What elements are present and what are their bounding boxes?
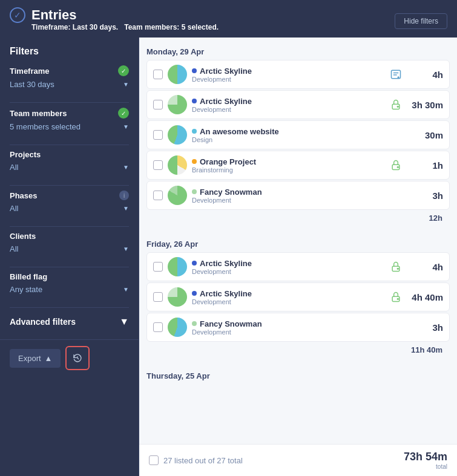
day-group: Monday, 29 Apr Arctic Skyline Developmen…: [139, 37, 457, 230]
lock-icon: [390, 261, 402, 273]
clients-value: All: [10, 244, 18, 253]
project-name: Fancy Snowman: [200, 319, 262, 328]
day-total: 12h: [146, 211, 450, 227]
clients-arrow-icon: ▼: [123, 246, 129, 252]
team-members-value: 5 members selected: [10, 122, 81, 131]
entry-icons: [390, 261, 402, 273]
project-name: An awesome website: [200, 127, 279, 136]
entry-info: Arctic Skyline Development: [192, 67, 385, 83]
entry-project: Fancy Snowman: [192, 319, 397, 328]
avatar: [168, 318, 187, 337]
advanced-filters-section[interactable]: Advanced filters ▼: [10, 313, 129, 331]
entry-icons: [390, 291, 402, 303]
entry-card: Arctic Skyline Development 4h 40m: [146, 282, 450, 311]
subtitle-members-label: Team members:: [124, 23, 179, 31]
entry-icons: [390, 99, 402, 111]
projects-value: All: [10, 163, 18, 172]
billed-flag-select[interactable]: Any state ▼: [10, 284, 129, 295]
project-dot: [192, 129, 197, 134]
entry-project: Fancy Snowman: [192, 187, 397, 197]
entry-card: Fancy Snowman Development 3h: [146, 181, 450, 210]
bottom-bar: 27 listed out of 27 total 73h 54m total: [139, 444, 457, 476]
entry-task: Development: [192, 268, 385, 275]
lock-icon: [390, 291, 402, 303]
entry-time: 3h: [407, 191, 443, 201]
project-dot: [192, 68, 197, 73]
svg-point-8: [397, 166, 399, 168]
team-members-label: Team members: [10, 109, 67, 118]
day-header: Monday, 29 Apr: [146, 44, 450, 60]
entry-checkbox[interactable]: [153, 70, 163, 79]
subtitle-timeframe-label: Timeframe:: [31, 23, 70, 31]
team-members-check-icon: ✓: [118, 108, 129, 119]
entries-icon: ✓: [10, 7, 25, 23]
avatar: [168, 287, 187, 307]
entry-checkbox[interactable]: [153, 100, 163, 109]
lock-icon: [390, 159, 402, 171]
phases-value: All: [10, 204, 18, 213]
entry-card: Orange Project Brainstorming 1h: [146, 151, 450, 180]
sidebar-footer: Export ▲: [0, 339, 139, 376]
filter-timeframe: Timeframe ✓ Last 30 days ▼: [10, 65, 129, 90]
entry-time: 30m: [407, 130, 443, 140]
day-group: Friday, 26 Apr Arctic Skyline Developmen…: [139, 230, 457, 362]
entry-card: Arctic Skyline Development 3h 30m: [146, 90, 450, 119]
entry-task: Development: [192, 298, 385, 305]
page-subtitle: Timeframe: Last 30 days. Team members: 5…: [10, 23, 219, 35]
team-members-select[interactable]: 5 members selected ▼: [10, 121, 129, 132]
phases-select[interactable]: All ▼: [10, 203, 129, 214]
entry-info: Fancy Snowman Development: [192, 187, 397, 204]
page-title: Entries: [31, 7, 77, 23]
projects-arrow-icon: ▼: [123, 164, 129, 171]
filter-clients: Clients All ▼: [10, 232, 129, 255]
filter-team-members: Team members ✓ 5 members selected ▼: [10, 108, 129, 132]
avatar: [168, 155, 187, 175]
history-button[interactable]: [65, 346, 90, 370]
subtitle-members-value: 5 selected.: [182, 23, 219, 31]
avatar: [168, 186, 187, 205]
export-button[interactable]: Export ▲: [10, 349, 61, 368]
entry-checkbox[interactable]: [153, 191, 163, 200]
entry-project: Arctic Skyline: [192, 289, 385, 298]
entry-info: Arctic Skyline Development: [192, 289, 385, 305]
timeframe-arrow-icon: ▼: [123, 81, 129, 88]
project-dot: [192, 291, 197, 296]
svg-point-10: [397, 268, 399, 270]
subtitle-timeframe-value: Last 30 days.: [73, 23, 118, 31]
hide-filters-button[interactable]: Hide filters: [395, 13, 447, 29]
filter-projects: Projects All ▼: [10, 150, 129, 173]
projects-select[interactable]: All ▼: [10, 161, 129, 173]
clients-label: Clients: [10, 232, 36, 241]
entry-checkbox[interactable]: [153, 262, 163, 272]
entry-task: Brainstorming: [192, 166, 385, 174]
entry-checkbox[interactable]: [153, 322, 163, 332]
advanced-filters-label: Advanced filters: [10, 317, 76, 327]
entry-project: Arctic Skyline: [192, 97, 385, 106]
entry-task: Development: [192, 106, 385, 113]
entry-checkbox[interactable]: [153, 292, 163, 302]
lock-icon: [390, 99, 402, 111]
select-all-checkbox[interactable]: [149, 455, 159, 465]
entry-time: 3h 30m: [407, 100, 443, 110]
day-header: Friday, 26 Apr: [146, 236, 450, 252]
billed-flag-arrow-icon: ▼: [123, 286, 129, 293]
timeframe-select[interactable]: Last 30 days ▼: [10, 79, 129, 90]
history-icon: [73, 353, 82, 364]
avatar: [168, 65, 187, 84]
bill-icon: [390, 68, 402, 80]
listed-total-text: 27 listed out of 27 total: [163, 456, 243, 465]
entries-content: Monday, 29 Apr Arctic Skyline Developmen…: [139, 37, 457, 444]
team-members-arrow-icon: ▼: [123, 123, 129, 130]
entry-checkbox[interactable]: [153, 160, 163, 170]
day-header: Thursday, 25 Apr: [146, 368, 450, 384]
project-dot: [192, 321, 197, 326]
page-header: ✓ Entries Timeframe: Last 30 days. Team …: [0, 0, 457, 37]
entry-icons: [390, 68, 402, 80]
entry-task: Development: [192, 76, 385, 83]
entry-checkbox[interactable]: [153, 130, 163, 140]
clients-select[interactable]: All ▼: [10, 243, 129, 255]
entry-time: 3h: [407, 322, 443, 333]
timeframe-label: Timeframe: [10, 67, 50, 76]
svg-point-6: [397, 106, 399, 108]
project-name: Arctic Skyline: [200, 97, 252, 106]
